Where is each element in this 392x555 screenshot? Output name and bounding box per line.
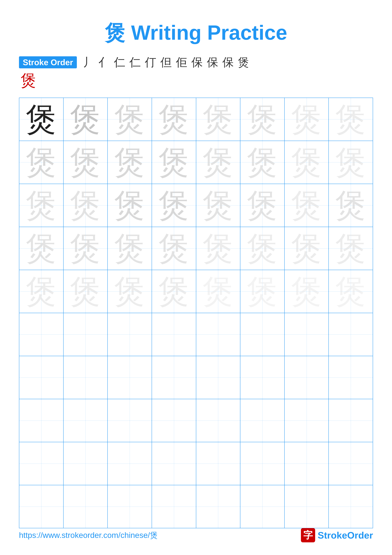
grid-cell-empty[interactable] (19, 356, 64, 399)
grid-cell: 煲 (64, 98, 108, 141)
grid-cell: 煲 (196, 98, 241, 141)
grid-cell-empty[interactable] (64, 485, 108, 528)
stroke-order-second-row: 煲 (19, 70, 36, 91)
stroke-5: 仃 (145, 57, 156, 68)
page-title: 煲 Writing Practice (105, 19, 287, 47)
grid-cell-empty[interactable] (329, 485, 373, 528)
grid-cell-empty[interactable] (196, 399, 241, 442)
grid-cell: 煲 (196, 270, 241, 313)
stroke-4: 仁 (129, 57, 141, 68)
stroke-1: 丿 (83, 57, 94, 68)
grid-cell-empty[interactable] (196, 356, 241, 399)
grid-cell-empty[interactable] (240, 313, 285, 356)
grid-cell: 煲 (19, 270, 64, 313)
grid-cell: 煲 (108, 184, 152, 227)
grid-cell-empty[interactable] (285, 313, 329, 356)
grid-cell-empty[interactable] (152, 399, 196, 442)
stroke-order-badge: Stroke Order (19, 56, 77, 68)
grid-cell-empty[interactable] (108, 442, 152, 485)
grid-cell-empty[interactable] (152, 356, 196, 399)
grid-cell-empty[interactable] (240, 442, 285, 485)
grid-cell: 煲 (285, 141, 329, 184)
grid-row-1: 煲 煲 煲 煲 煲 煲 煲 煲 (19, 98, 373, 141)
grid-cell: 煲 (152, 98, 196, 141)
grid-cell: 煲 (285, 98, 329, 141)
grid-cell-empty[interactable] (329, 313, 373, 356)
grid-cell-empty[interactable] (285, 399, 329, 442)
grid-cell-empty[interactable] (108, 356, 152, 399)
grid-cell: 煲 (152, 270, 196, 313)
footer: https://www.strokeorder.com/chinese/煲 字 … (19, 528, 373, 542)
stroke-2: 亻 (98, 57, 110, 68)
stroke-char-large: 煲 (21, 70, 36, 91)
grid-cell-empty[interactable] (240, 356, 285, 399)
grid-cell-empty[interactable] (240, 399, 285, 442)
grid-cell: 煲 (152, 227, 196, 270)
grid-cell-empty[interactable] (19, 399, 64, 442)
grid-cell-empty[interactable] (196, 485, 241, 528)
grid-cell-empty[interactable] (64, 356, 108, 399)
grid-cell-empty[interactable] (108, 399, 152, 442)
grid-cell-empty[interactable] (152, 485, 196, 528)
grid-cell: 煲 (64, 270, 108, 313)
grid-cell: 煲 (285, 227, 329, 270)
grid-cell: 煲 (152, 141, 196, 184)
grid-row-4: 煲 煲 煲 煲 煲 煲 煲 煲 (19, 227, 373, 270)
grid-cell-empty[interactable] (152, 313, 196, 356)
grid-cell-empty[interactable] (19, 485, 64, 528)
grid-cell: 煲 (196, 184, 241, 227)
grid-cell-empty[interactable] (285, 356, 329, 399)
grid-cell: 煲 (108, 98, 152, 141)
grid-row-7 (19, 356, 373, 399)
grid-cell: 煲 (108, 227, 152, 270)
grid-cell-empty[interactable] (108, 313, 152, 356)
grid-cell-empty[interactable] (196, 442, 241, 485)
stroke-10: 保 (222, 57, 234, 68)
grid-cell-empty[interactable] (196, 313, 241, 356)
grid-cell: 煲 (196, 141, 241, 184)
grid-cell-empty[interactable] (64, 399, 108, 442)
grid-cell: 煲 (19, 141, 64, 184)
grid-cell-empty[interactable] (329, 442, 373, 485)
grid-cell-empty[interactable] (19, 442, 64, 485)
grid-cell-empty[interactable] (152, 442, 196, 485)
grid-cell-empty[interactable] (240, 485, 285, 528)
grid-cell-empty[interactable] (108, 485, 152, 528)
grid-cell: 煲 (329, 98, 373, 141)
grid-row-5: 煲 煲 煲 煲 煲 煲 煲 煲 (19, 270, 373, 313)
stroke-7: 佢 (176, 57, 187, 68)
grid-cell: 煲 (329, 184, 373, 227)
grid-cell-empty[interactable] (19, 313, 64, 356)
grid-cell: 煲 (329, 141, 373, 184)
logo-icon: 字 (301, 528, 315, 542)
grid-row-10 (19, 485, 373, 528)
stroke-8: 保 (191, 57, 203, 68)
grid-cell-empty[interactable] (329, 356, 373, 399)
grid-cell: 煲 (152, 184, 196, 227)
grid-cell-empty[interactable] (285, 442, 329, 485)
grid-row-9 (19, 442, 373, 485)
grid-cell: 煲 (240, 270, 285, 313)
grid-cell: 煲 (19, 98, 64, 141)
stroke-6: 但 (160, 57, 172, 68)
stroke-order-section: Stroke Order 丿 亻 仁 仁 仃 但 佢 保 保 保 煲 煲 (19, 56, 373, 91)
grid-cell: 煲 (285, 270, 329, 313)
grid-cell-empty[interactable] (64, 442, 108, 485)
grid-row-3: 煲 煲 煲 煲 煲 煲 煲 煲 (19, 184, 373, 227)
page: 煲 Writing Practice Stroke Order 丿 亻 仁 仁 … (0, 0, 392, 555)
grid-cell-empty[interactable] (285, 485, 329, 528)
grid-cell: 煲 (240, 141, 285, 184)
grid-row-8 (19, 399, 373, 442)
practice-grid: 煲 煲 煲 煲 煲 煲 煲 煲 煲 煲 煲 煲 煲 煲 煲 煲 煲 煲 煲 煲 … (19, 98, 373, 528)
grid-cell: 煲 (108, 270, 152, 313)
grid-cell: 煲 (329, 227, 373, 270)
footer-url: https://www.strokeorder.com/chinese/煲 (19, 530, 158, 540)
grid-cell: 煲 (285, 184, 329, 227)
grid-cell-empty[interactable] (64, 313, 108, 356)
grid-cell: 煲 (19, 184, 64, 227)
grid-row-2: 煲 煲 煲 煲 煲 煲 煲 煲 (19, 141, 373, 184)
stroke-order-row: Stroke Order 丿 亻 仁 仁 仃 但 佢 保 保 保 煲 (19, 56, 250, 68)
stroke-11: 煲 (238, 57, 249, 68)
grid-cell: 煲 (240, 227, 285, 270)
grid-cell-empty[interactable] (329, 399, 373, 442)
